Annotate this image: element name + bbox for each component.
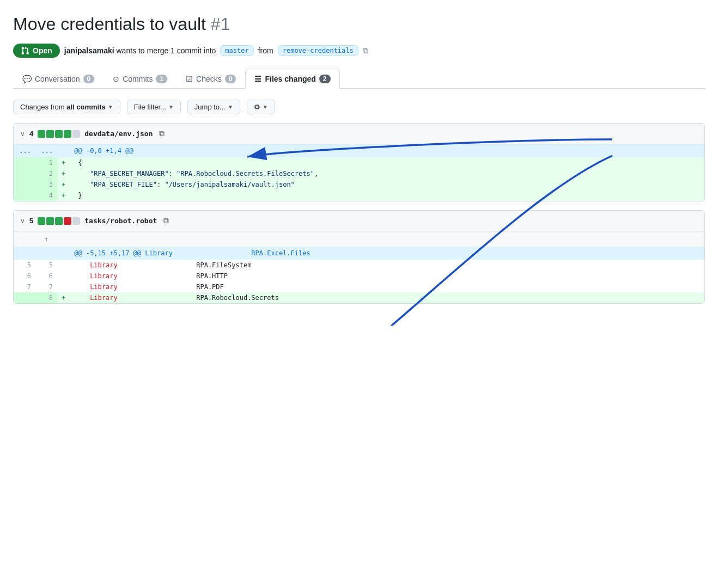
- head-branch-badge[interactable]: remove-credentials: [278, 45, 358, 56]
- tab-commits[interactable]: ⊙ Commits 1: [104, 69, 177, 89]
- changes-from-label: Changes from all commits: [20, 103, 106, 111]
- line-new-num: 2: [35, 168, 57, 179]
- jump-to-chevron-icon: ▼: [228, 104, 233, 110]
- diff-line: 8 + Library RPA.Robocloud.Secrets: [14, 292, 704, 303]
- file-filter-label: File filter...: [134, 103, 166, 111]
- line-new-num: 3: [35, 179, 57, 190]
- line-old-num: [14, 168, 35, 179]
- pr-tabs: 💬 Conversation 0 ⊙ Commits 1 ☑ Checks 0 …: [13, 69, 705, 89]
- pr-status-badge: Open: [13, 44, 60, 58]
- file2-name: tasks/robot.robot: [84, 217, 157, 225]
- tab-conversation-count: 0: [83, 75, 95, 83]
- diff-toolbar: Changes from all commits ▼ File filter..…: [13, 100, 705, 114]
- diff-file-1: ∨ 4 devdata/env.json ⧉ ... ... @@ -0,0 +…: [13, 123, 705, 201]
- content-area: ∨ 4 devdata/env.json ⧉ ... ... @@ -0,0 +…: [13, 123, 705, 304]
- line-code: {: [70, 157, 704, 168]
- diff-line: 4 + }: [14, 190, 704, 201]
- line-new-num: 7: [35, 281, 57, 292]
- tab-conversation[interactable]: 💬 Conversation 0: [13, 69, 104, 89]
- line-sign: +: [57, 292, 70, 303]
- tab-checks-count: 0: [225, 75, 236, 83]
- line-old-num: [14, 157, 35, 168]
- pr-meta-text: janipalsamaki wants to merge 1 commit in…: [64, 46, 216, 55]
- diff-table-file2: ↑ @@ -5,15 +5,17 @@ Library RPA.Excel.Fi…: [14, 231, 704, 303]
- line-code: Library RPA.HTTP: [70, 271, 704, 281]
- collapse-file-1-button[interactable]: ∨: [20, 130, 25, 138]
- expand-cell: [14, 231, 35, 247]
- diff-file-2: ∨ 5 tasks/robot.robot ⧉ ↑: [13, 210, 705, 304]
- base-branch-badge[interactable]: master: [220, 45, 253, 56]
- copy-branch-icon[interactable]: ⧉: [363, 46, 368, 56]
- tab-checks[interactable]: ☑ Checks 0: [177, 69, 245, 89]
- line-code: Library RPA.PDF: [70, 281, 704, 292]
- tab-conversation-label: Conversation: [35, 75, 80, 83]
- line-new-num: 1: [35, 157, 57, 168]
- hunk-old-num: [14, 247, 35, 260]
- stat-block: [38, 217, 45, 225]
- line-sign: [57, 281, 70, 292]
- tab-files-changed[interactable]: ☰ Files changed 2: [245, 69, 339, 89]
- diff-table-file1: ... ... @@ -0,0 +1,4 @@ 1 + { 2 + "RP: [14, 144, 704, 201]
- expand-cell: [57, 231, 704, 247]
- file1-name: devdata/env.json: [84, 130, 153, 138]
- pr-number: #1: [211, 14, 230, 34]
- gear-icon: ⚙: [254, 103, 260, 111]
- jump-to-label: Jump to...: [194, 103, 226, 111]
- line-sign: [57, 271, 70, 281]
- collapse-file-2-button[interactable]: ∨: [20, 217, 25, 225]
- line-old-num: [14, 179, 35, 190]
- line-new-num: 8: [35, 292, 57, 303]
- diff-line: 2 + "RPA_SECRET_MANAGER": "RPA.Robocloud…: [14, 168, 704, 179]
- line-sign: +: [57, 190, 70, 201]
- stat-block: [55, 130, 63, 138]
- diff-line: 7 7 Library RPA.PDF: [14, 281, 704, 292]
- hunk-header-row: ... ... @@ -0,0 +1,4 @@: [14, 144, 704, 157]
- stat-block: [38, 130, 45, 138]
- stat-block: [64, 130, 71, 138]
- file-filter-chevron-icon: ▼: [168, 104, 174, 110]
- diff-file-header-1: ∨ 4 devdata/env.json ⧉: [14, 124, 704, 144]
- tab-files-changed-count: 2: [319, 75, 331, 83]
- settings-button[interactable]: ⚙ ▼: [247, 100, 275, 114]
- hunk-header-row-2: @@ -5,15 +5,17 @@ Library RPA.Excel.File…: [14, 247, 704, 260]
- line-new-num: 4: [35, 190, 57, 201]
- tab-commits-label: Commits: [123, 75, 153, 83]
- file1-stat-num: 4: [29, 130, 33, 138]
- expand-cell: ↑: [35, 231, 57, 247]
- stat-block: [55, 217, 63, 225]
- line-sign: +: [57, 157, 70, 168]
- tab-checks-label: Checks: [196, 75, 222, 83]
- open-pr-icon: [21, 46, 29, 55]
- file2-stat-num: 5: [29, 217, 33, 225]
- copy-file2-path-button[interactable]: ⧉: [161, 215, 171, 226]
- pr-meta: Open janipalsamaki wants to merge 1 comm…: [13, 44, 705, 58]
- file-filter-button[interactable]: File filter... ▼: [127, 100, 181, 114]
- line-sign: +: [57, 179, 70, 190]
- line-code: Library RPA.Robocloud.Secrets: [70, 292, 704, 303]
- conversation-icon: 💬: [22, 75, 32, 83]
- changes-from-button[interactable]: Changes from all commits ▼: [13, 100, 120, 114]
- settings-chevron-icon: ▼: [263, 104, 268, 110]
- line-code: "RPA_SECRET_FILE": "/Users/janipalsamaki…: [70, 179, 704, 190]
- file2-stat-blocks: [38, 217, 80, 225]
- hunk-header-text: @@ -5,15 +5,17 @@ Library RPA.Excel.File…: [70, 247, 704, 260]
- line-sign: [57, 260, 70, 271]
- stat-block: [46, 130, 54, 138]
- line-new-num: 5: [35, 260, 57, 271]
- changes-chevron-icon: ▼: [108, 104, 113, 110]
- line-old-num: 6: [14, 271, 35, 281]
- files-changed-icon: ☰: [254, 75, 261, 83]
- copy-file1-path-button[interactable]: ⧉: [157, 128, 167, 139]
- line-old-num: 7: [14, 281, 35, 292]
- file1-stat-blocks: [38, 130, 80, 138]
- stat-block: [46, 217, 54, 225]
- line-code: }: [70, 190, 704, 201]
- hunk-header-text: @@ -0,0 +1,4 @@: [70, 144, 704, 157]
- diff-line: 6 6 Library RPA.HTTP: [14, 271, 704, 281]
- tab-commits-count: 1: [156, 75, 167, 83]
- checks-icon: ☑: [186, 75, 193, 83]
- diff-line: 1 + {: [14, 157, 704, 168]
- expand-row: ↑: [14, 231, 704, 247]
- stat-block: [64, 217, 71, 225]
- jump-to-button[interactable]: Jump to... ▼: [187, 100, 240, 114]
